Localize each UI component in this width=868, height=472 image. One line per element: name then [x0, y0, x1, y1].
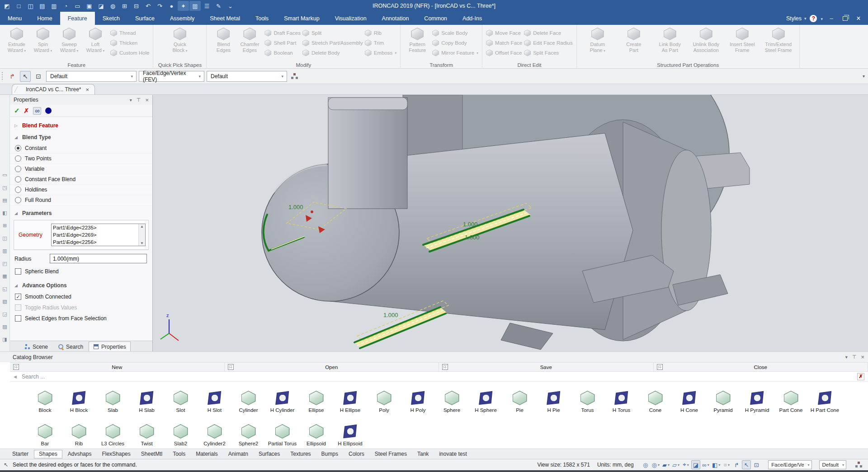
apply-button[interactable]: ✓ — [14, 107, 20, 115]
expander-icon[interactable]: ▷ — [14, 123, 18, 128]
sweep-wizard-button[interactable]: SweepWizard — [56, 26, 82, 61]
side-tool-icon[interactable]: ▧ — [1, 297, 9, 305]
menu-item[interactable]: Tools — [248, 12, 276, 25]
catalog-shape-item[interactable]: Partial Torus — [265, 423, 299, 449]
chamfer-edges-button[interactable]: ChamferEdges — [236, 26, 263, 61]
move-face-button[interactable]: Move Face — [486, 29, 522, 37]
box-select-icon[interactable]: ⊡ — [33, 71, 44, 82]
zoom-options-icon[interactable]: ◎ — [651, 460, 660, 469]
offset-face-button[interactable]: Offset Face — [486, 49, 522, 57]
custom-hole-button[interactable]: Custom Hole — [110, 49, 149, 57]
datum-plane-button[interactable]: DatumPlane — [580, 26, 615, 61]
assembly-tree-icon[interactable] — [289, 71, 300, 82]
selection-filter-dropdown[interactable]: Face/Edge/Vertex (FEV) — [139, 71, 204, 82]
catalog-shape-item[interactable]: H Cone — [672, 390, 706, 415]
camera-target-icon[interactable]: ⌖ — [681, 460, 690, 469]
loft-wizard-button[interactable]: LoftWizard — [82, 26, 108, 61]
catalog-close-button[interactable]: Close — [654, 363, 868, 371]
catalog-tab[interactable]: Steel Frames — [370, 450, 412, 458]
select-cursor-icon[interactable]: ↖ — [20, 71, 31, 82]
thread-button[interactable]: Thread — [110, 29, 149, 37]
shell-part-button[interactable]: Shell Part — [264, 39, 300, 47]
panel-collapse-icon[interactable] — [845, 354, 848, 360]
catalog-shape-item[interactable]: L3 Circles — [96, 423, 130, 449]
menu-item[interactable]: Common — [416, 12, 455, 25]
catalog-tab[interactable]: Starter — [7, 450, 33, 458]
quick-block-button[interactable]: QuickBlock — [167, 26, 193, 61]
document-tab-close-icon[interactable] — [85, 86, 89, 93]
catalog-shape-item[interactable]: Torus — [571, 390, 604, 415]
menu-item[interactable]: Assembly — [162, 12, 202, 25]
blend-type-radio[interactable]: Full Round — [10, 195, 152, 206]
color-dot-icon[interactable] — [45, 107, 52, 114]
catalog-shape-item[interactable]: Poly — [367, 390, 401, 415]
qat-overflow-icon[interactable]: ⌄ — [225, 1, 236, 11]
side-tool-icon[interactable]: ◨ — [1, 335, 9, 343]
shaded-view-icon[interactable]: ▱ — [671, 460, 680, 469]
catalog-shape-item[interactable]: Ellipse — [299, 390, 333, 415]
unlink-body-button[interactable]: Unlink BodyAssociation — [689, 26, 723, 61]
geometry-edge-item[interactable]: Part1\Edge<2256> — [53, 239, 137, 246]
catalog-tab[interactable]: Materials — [191, 450, 223, 458]
side-tool-icon[interactable]: ⊞ — [1, 221, 9, 229]
expander-icon[interactable]: ◢ — [14, 135, 18, 140]
trim-extend-steel-button[interactable]: Trim/ExtendSteel Frame — [761, 26, 796, 61]
print-preview-icon[interactable]: ◔ — [60, 1, 71, 11]
select-cursor-icon[interactable]: ↖ — [742, 460, 751, 469]
blend-type-radio[interactable]: Two Points — [10, 154, 152, 164]
extrude-wizard-button[interactable]: ExtrudeWizard — [4, 26, 30, 61]
side-tool-icon[interactable]: ▨ — [1, 322, 9, 331]
catalog-tab[interactable]: Colors — [344, 450, 369, 458]
catalog-shape-item[interactable]: Cone — [638, 390, 672, 415]
catalog-shape-item[interactable]: Sphere2 — [231, 423, 265, 449]
menu-item[interactable]: Home — [29, 12, 60, 25]
catalog-shape-item[interactable]: Sphere — [435, 390, 469, 415]
panel-close-icon[interactable] — [145, 97, 149, 103]
create-part-button[interactable]: CreatePart — [617, 26, 651, 61]
catalog-new-button[interactable]: New — [10, 363, 225, 371]
catalog-shape-item[interactable]: Rib — [62, 423, 96, 449]
preview-glasses-icon[interactable]: ∞ — [33, 107, 41, 115]
menu-item[interactable]: Visualization — [327, 12, 374, 25]
blend-edges-button[interactable]: BlendEdges — [210, 26, 236, 61]
cube-display-icon[interactable]: ◧ — [711, 460, 721, 469]
stack-icon[interactable]: ≡ — [722, 460, 731, 469]
catalog-shape-item[interactable]: H Pyramid — [740, 390, 774, 415]
catalog-tab[interactable]: Tank — [412, 450, 434, 458]
delete-face-button[interactable]: Delete Face — [524, 29, 573, 37]
emboss-button[interactable]: Emboss — [365, 49, 397, 57]
panel-close-icon[interactable] — [861, 354, 864, 360]
side-tool-icon[interactable]: ◱ — [1, 285, 9, 293]
side-tool-icon[interactable]: ▤ — [1, 196, 9, 204]
save-icon[interactable]: ▣ — [84, 1, 95, 11]
catalog-shape-item[interactable]: H Slab — [130, 390, 164, 415]
copy-body-button[interactable]: Copy Body — [432, 39, 478, 47]
side-tool-icon[interactable]: ▭ — [1, 171, 9, 179]
catalog-shape-item[interactable]: Slab2 — [164, 423, 198, 449]
link-body-button[interactable]: Link BodyAs Part — [653, 26, 687, 61]
thicken-button[interactable]: Thicken — [110, 39, 149, 47]
catalog-icon[interactable]: ▥ — [189, 1, 201, 11]
close-document-icon[interactable]: ◫ — [25, 1, 36, 11]
spheric-blend-checkbox[interactable]: Spheric Blend — [10, 266, 152, 277]
side-tool-icon[interactable]: ◲ — [1, 310, 9, 318]
menu-item[interactable]: Surface — [127, 12, 162, 25]
expander-icon[interactable]: ◢ — [14, 211, 18, 215]
minimize-button[interactable] — [826, 14, 836, 23]
blend-type-radio[interactable]: Constant Face Blend — [10, 174, 152, 185]
catalog-shape-item[interactable]: Pie — [503, 390, 537, 415]
catalog-tab[interactable]: Textures — [285, 450, 316, 458]
zoom-window-icon[interactable]: ◎ — [641, 460, 650, 469]
catalog-search-input[interactable]: Search ... — [22, 374, 45, 380]
back-icon[interactable] — [13, 374, 18, 380]
viewport-3d[interactable]: 1.000 1.000 1.000 1.000 z — [153, 95, 868, 351]
option-checkbox[interactable]: Select Edges from Face Selection — [10, 313, 152, 324]
mirror-feature-button[interactable]: Mirror Feature — [432, 49, 478, 57]
catalog-shape-item[interactable]: H Pie — [537, 390, 571, 415]
styles-dropdown[interactable]: Styles — [786, 15, 807, 22]
split-faces-button[interactable]: Split Faces — [524, 49, 573, 57]
catalog-shape-item[interactable]: H Sphere — [469, 390, 503, 415]
catalog-tab[interactable]: inovate test — [434, 450, 472, 458]
catalog-tab[interactable]: SheetMtl — [136, 450, 167, 458]
box-select-icon[interactable]: ⊡ — [752, 460, 761, 469]
